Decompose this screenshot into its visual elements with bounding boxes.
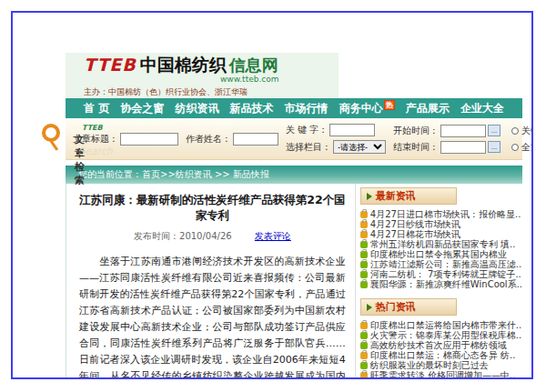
author-field-label: 作者姓名： — [186, 133, 231, 146]
news-list-item[interactable]: 高效纺纱技术首次应用于棉纺领域 — [360, 340, 522, 350]
news-list-item[interactable]: 4月27日棉花市场快讯 — [360, 229, 522, 239]
search-logo-title: 文章检索 — [75, 133, 85, 187]
news-list-item[interactable]: 印度棉出口禁运将给国内棉市带来什.. — [360, 320, 522, 330]
latest-news-title: 最新资讯 — [376, 189, 416, 203]
news-list-item[interactable]: 河南二纺机： 7项专利铸就王牌锭子.. — [360, 269, 522, 279]
sidebar-spacer — [360, 289, 522, 298]
author-name-input[interactable] — [233, 133, 278, 146]
nav-item[interactable]: 商务中心热 — [339, 100, 395, 116]
magnifier-icon — [42, 124, 60, 142]
lock-icon — [360, 271, 368, 278]
nav-item-label: 协会之窗 — [120, 102, 164, 115]
news-item-text: 高效纺纱技术首次应用于棉纺领域 — [370, 340, 507, 350]
nav-item[interactable]: 协会之窗 — [120, 101, 164, 116]
latest-news-list: 4月27日进口棉市场快讯：报价略显.. 4月27日纱线市场快讯 4月27日棉花市… — [360, 209, 522, 289]
site-header: TTEB 中国棉纺织 信息网 www.tteb.com 主办：中国棉纺（色）织行… — [66, 53, 522, 98]
nav-item[interactable]: 首 页 — [84, 101, 109, 116]
news-item-text: 4月27日棉花市场快讯 — [370, 229, 460, 239]
start-date-picker-button[interactable]: ... — [488, 125, 500, 136]
hot-news-list: 印度棉出口禁运将给国内棉市带来什.. 火灾警示：锦泰库某公用型保税库棉.. 高效… — [360, 320, 522, 379]
hot-news-title: 热门资讯 — [376, 300, 416, 314]
news-item-text: 襄阳华源：新推凉爽纤维WinCool系.. — [370, 279, 522, 289]
publish-time: 发布时间：2010/04/26 — [134, 231, 232, 241]
news-item-text: 江苏靖江滤斯公司：新推高温高压滤.. — [370, 259, 521, 269]
keyword-search-radio-label: 关键字检索 — [521, 125, 533, 137]
arrow-icon — [367, 193, 372, 200]
hot-badge: 热 — [384, 100, 395, 110]
site-url: www.tteb.com — [220, 75, 339, 84]
lock-icon — [360, 231, 368, 238]
hot-news-header: 热门资讯 — [360, 298, 457, 316]
nav-item-label: 首 页 — [84, 102, 109, 115]
header-right-space — [339, 53, 522, 98]
lock-icon — [360, 241, 368, 248]
latest-news-header: 最新资讯 — [360, 187, 457, 205]
lock-icon — [360, 332, 368, 339]
nav-item-label: 产品展示 — [406, 102, 450, 115]
main-nav: 首 页 协会之窗 纺织资讯 新品技术 市场行情 商务中心热 产品展示 企业大全 — [66, 98, 522, 118]
news-item-text: 印度棉纱出口禁令拖累其国内棉业 — [370, 249, 507, 259]
news-list-item[interactable]: 襄阳华源：新推凉爽纤维WinCool系.. — [360, 279, 522, 289]
news-item-text: 4月27日进口棉市场快讯：报价略显.. — [370, 209, 521, 219]
article-body: 坐落于江苏南通市港闸经济技术开发区的高新技术企业——江苏同康活性炭纤维有限公司近… — [79, 254, 346, 379]
site-container: TTEB 中国棉纺织 信息网 www.tteb.com 主办：中国棉纺（色）织行… — [66, 53, 522, 379]
news-list-item[interactable]: 4月27日进口棉市场快讯：报价略显.. — [360, 209, 522, 219]
logo-panel: TTEB 中国棉纺织 信息网 www.tteb.com 主办：中国棉纺（色）织行… — [66, 53, 339, 98]
news-list-item[interactable]: 火灾警示：锦泰库某公用型保税库棉.. — [360, 330, 522, 340]
lock-icon — [360, 211, 368, 218]
nav-item[interactable]: 市场行情 — [285, 101, 329, 116]
keyword-field-label: 关 键 字： — [286, 124, 328, 136]
news-item-text: 旺季需求转淡 价格回调增加——中.. — [370, 370, 516, 379]
nav-item[interactable]: 纺织资讯 — [175, 101, 218, 116]
end-date-picker-button[interactable]: ... — [488, 141, 500, 153]
nav-item-label: 纺织资讯 — [175, 102, 218, 115]
column-field-label: 选择栏目： — [286, 141, 331, 154]
page-frame: TTEB 中国棉纺织 信息网 www.tteb.com 主办：中国棉纺（色）织行… — [11, 11, 533, 379]
news-list-item[interactable]: 纺织服装业的最坏时刻已过去 — [360, 360, 522, 370]
site-logo[interactable]: TTEB 中国棉纺织 信息网 — [84, 56, 339, 74]
lock-icon — [360, 322, 368, 329]
lock-icon — [360, 342, 368, 349]
nav-item-label: 新品技术 — [230, 102, 274, 115]
news-item-text: 纺织服装业的最坏时刻已过去 — [370, 360, 489, 370]
article-title: 江苏同康：最新研制的活性炭纤维产品获得第22个国家专利 — [79, 193, 346, 224]
keyword-input[interactable] — [329, 124, 375, 136]
search-watermark: Search — [78, 146, 113, 157]
news-item-text: 印度棉出口禁运将给国内棉市带来什.. — [370, 320, 521, 330]
news-list-item[interactable]: 4月27日纱线市场快讯 — [360, 219, 522, 229]
site-name-suffix: 信息网 — [229, 57, 278, 74]
news-list-item[interactable]: 旺季需求转淡 价格回调增加——中.. — [360, 370, 522, 379]
column-select[interactable]: -请选择- — [333, 140, 386, 154]
news-list-item[interactable]: 常州五洋纺机四新品获国家专利 填.. — [360, 239, 522, 249]
start-time-label: 开始时间： — [393, 125, 439, 137]
nav-item[interactable]: 企业大全 — [460, 101, 504, 116]
end-time-input[interactable] — [440, 141, 486, 154]
news-item-text: 印度棉出口禁运：棉商心态各异 纺.. — [370, 350, 516, 360]
lock-icon — [360, 362, 368, 369]
lock-icon — [360, 352, 368, 359]
nav-item-label: 市场行情 — [285, 102, 329, 115]
keyword-search-radio[interactable] — [511, 127, 519, 135]
news-item-text: 火灾警示：锦泰库某公用型保税库棉.. — [370, 330, 521, 340]
article-search-panel: TTEB 文章检索 Search 文章标题： 作者姓名： 关 键 字： — [66, 118, 522, 160]
content-area: 江苏同康：最新研制的活性炭纤维产品获得第22个国家专利 发布时间：2010/04… — [66, 184, 522, 379]
start-time-input[interactable] — [440, 125, 486, 137]
nav-item[interactable]: 产品展示 — [406, 101, 450, 116]
breadcrumb: 您的当前位置：首页>>纺织资讯 >> 新品快报 — [66, 166, 522, 184]
article: 江苏同康：最新研制的活性炭纤维产品获得第22个国家专利 发布时间：2010/04… — [66, 184, 355, 379]
news-list-item[interactable]: 印度棉出口禁运：棉商心态各异 纺.. — [360, 350, 522, 360]
news-item-text: 常州五洋纺机四新品获国家专利 填.. — [370, 239, 516, 249]
fulltext-search-radio[interactable] — [511, 144, 519, 151]
news-item-text: 河南二纺机： 7项专利铸就王牌锭子.. — [370, 269, 521, 279]
news-list-item[interactable]: 印度棉纱出口禁令拖累其国内棉业 — [360, 249, 522, 259]
news-list-item[interactable]: 江苏靖江滤斯公司：新推高温高压滤.. — [360, 259, 522, 269]
lock-icon — [360, 221, 368, 228]
news-sidebar: 最新资讯 4月27日进口棉市场快讯：报价略显.. 4月27日纱线市场快讯 — [355, 184, 522, 379]
lock-icon — [360, 281, 368, 288]
post-comment-link[interactable]: 发表评论 — [255, 231, 291, 241]
search-logo-tteb: TTEB — [82, 124, 103, 132]
article-meta: 发布时间：2010/04/26 发表评论 — [79, 230, 346, 243]
site-name-calligraphy: 中国棉纺织 — [140, 56, 227, 74]
article-title-input[interactable] — [120, 133, 178, 146]
nav-item[interactable]: 新品技术 — [230, 101, 274, 116]
